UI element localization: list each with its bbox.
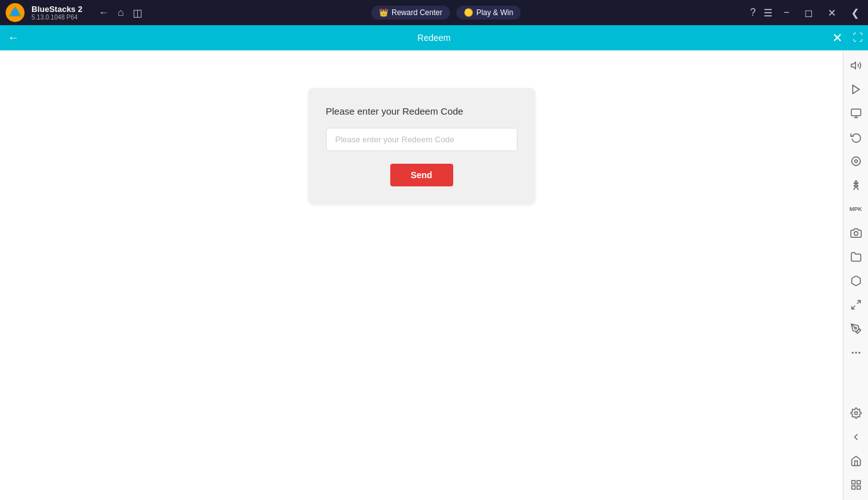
redeem-fullscreen-button[interactable]: ⛶: [853, 32, 863, 43]
airplane-icon[interactable]: [845, 270, 867, 292]
svg-point-8: [854, 160, 857, 163]
svg-rect-23: [857, 480, 860, 484]
svg-point-17: [854, 327, 856, 329]
play-icon[interactable]: [845, 78, 867, 101]
close-button[interactable]: ✕: [824, 6, 840, 20]
sidebar-apps-icon[interactable]: [845, 474, 867, 496]
reward-center-label: Reward Center: [392, 8, 442, 17]
mpk-icon[interactable]: MPK: [845, 198, 867, 220]
screenshot-icon[interactable]: [845, 222, 867, 244]
location-icon[interactable]: [845, 150, 867, 173]
sidebar-toggle-icon[interactable]: ❮: [847, 6, 863, 20]
svg-point-18: [852, 352, 854, 354]
app-logo: [5, 3, 25, 23]
volume-icon[interactable]: [845, 54, 867, 77]
app-version: 5.13.0.1048 P64: [31, 14, 82, 21]
redeem-bar-title: Redeem: [417, 33, 451, 43]
sidebar-home-icon[interactable]: [845, 450, 867, 472]
maximize-button[interactable]: ◻: [801, 6, 816, 20]
play-emoji: 🟡: [464, 8, 473, 17]
reward-emoji: 👑: [379, 8, 388, 17]
help-icon[interactable]: ?: [750, 7, 756, 18]
app-name: BlueStacks 2: [31, 4, 82, 14]
redeem-close-button[interactable]: ✕: [832, 30, 843, 45]
svg-marker-3: [851, 62, 855, 69]
nav-home-icon[interactable]: ⌂: [118, 7, 124, 18]
redeem-card: Please enter your Redeem Code Send: [308, 88, 535, 204]
svg-point-19: [855, 352, 857, 354]
nav-back-icon[interactable]: ←: [99, 7, 109, 18]
settings-icon[interactable]: [845, 402, 867, 424]
title-bar-center: 👑 Reward Center 🟡 Play & Win: [371, 6, 521, 20]
svg-line-16: [852, 306, 855, 309]
menu-icon[interactable]: ☰: [764, 7, 772, 19]
brush-icon[interactable]: [845, 317, 867, 340]
redeem-back-button[interactable]: ←: [8, 31, 19, 45]
folder-icon[interactable]: [845, 246, 867, 268]
rotate-icon[interactable]: [845, 126, 867, 149]
svg-rect-22: [852, 480, 855, 484]
tower-icon[interactable]: [845, 174, 867, 196]
svg-rect-24: [852, 486, 855, 489]
play-win-label: Play & Win: [476, 8, 514, 17]
right-sidebar: MPK: [843, 50, 868, 500]
play-win-button[interactable]: 🟡 Play & Win: [456, 6, 521, 20]
more-icon[interactable]: [845, 341, 867, 364]
redeem-card-title: Please enter your Redeem Code: [326, 106, 517, 116]
title-bar-nav: ← ⌂ ◫: [99, 7, 142, 19]
svg-point-14: [854, 232, 858, 236]
minimize-button[interactable]: −: [780, 6, 793, 20]
svg-rect-25: [857, 486, 860, 489]
svg-point-20: [858, 352, 860, 354]
screen-record-icon[interactable]: [845, 102, 867, 125]
svg-point-2: [11, 9, 19, 16]
main-area: Please enter your Redeem Code Send MPK: [0, 50, 868, 500]
svg-line-15: [857, 300, 860, 304]
svg-point-9: [852, 157, 860, 166]
nav-apps-icon[interactable]: ◫: [133, 7, 142, 19]
title-bar-left: BlueStacks 2 5.13.0.1048 P64 ← ⌂ ◫: [5, 3, 142, 23]
title-bar: BlueStacks 2 5.13.0.1048 P64 ← ⌂ ◫ 👑 Rew…: [0, 0, 868, 25]
redeem-bar: ← Redeem ✕ ⛶: [0, 25, 868, 50]
svg-marker-4: [852, 85, 859, 94]
redeem-code-input[interactable]: [326, 128, 517, 151]
send-button[interactable]: Send: [390, 164, 453, 186]
reward-center-button[interactable]: 👑 Reward Center: [371, 6, 450, 20]
app-name-block: BlueStacks 2 5.13.0.1048 P64: [31, 4, 82, 21]
title-bar-right: ? ☰ − ◻ ✕ ❮: [750, 6, 863, 20]
content-area: Please enter your Redeem Code Send: [0, 50, 843, 500]
resize-icon[interactable]: [845, 293, 867, 316]
sidebar-back-icon[interactable]: [845, 426, 867, 448]
svg-point-21: [854, 412, 857, 415]
svg-rect-5: [851, 109, 860, 116]
